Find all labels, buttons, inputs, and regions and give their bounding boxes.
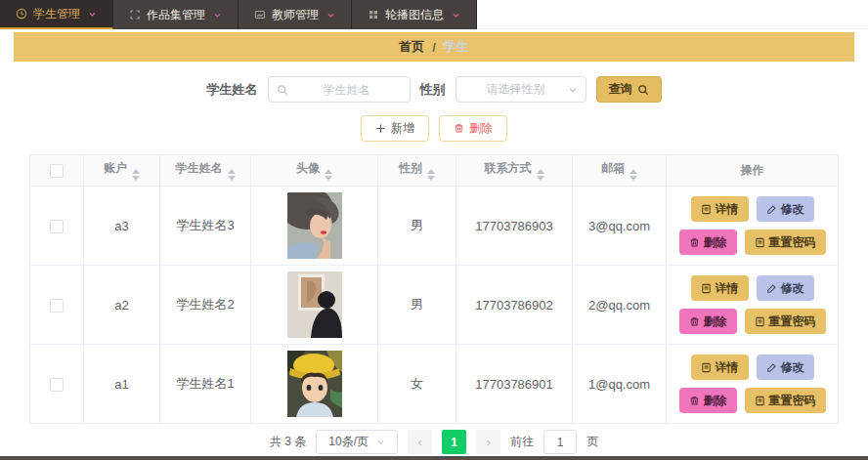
header-email[interactable]: 邮箱 (573, 155, 667, 187)
header-label: 操作 (741, 163, 764, 177)
sort-icon[interactable] (228, 169, 236, 181)
reset-password-button[interactable]: 重置密码 (745, 230, 826, 255)
total-count: 共 3 条 (270, 434, 306, 450)
clock-icon (16, 8, 27, 20)
header-gender[interactable]: 性别 (378, 155, 456, 187)
delete-button-label: 删除 (469, 120, 493, 137)
row-checkbox[interactable] (50, 220, 64, 233)
row-checkbox[interactable] (50, 378, 64, 392)
edit-button[interactable]: 修改 (757, 275, 814, 301)
sort-icon[interactable] (537, 169, 544, 181)
avatar-image (287, 192, 342, 259)
cell-gender: 女 (378, 345, 456, 424)
cell-contact: 17703786902 (456, 266, 573, 345)
detail-button[interactable]: 详情 (691, 275, 749, 301)
row-delete-button[interactable]: 删除 (679, 388, 737, 413)
sort-icon[interactable] (325, 169, 332, 181)
edit-button-label: 修改 (781, 280, 804, 297)
cell-contact: 17703786901 (456, 345, 573, 424)
detail-button[interactable]: 详情 (691, 196, 749, 222)
header-account[interactable]: 账户 (84, 155, 160, 187)
delete-button[interactable]: 删除 (439, 115, 507, 142)
header-label: 账户 (104, 161, 127, 175)
image-icon (254, 9, 266, 21)
row-operations: 详情 修改 删除 重置密码 (667, 272, 838, 338)
header-operation: 操作 (667, 155, 839, 187)
nav-item-student-management[interactable]: 学生管理 (0, 0, 113, 29)
sort-icon[interactable] (629, 169, 637, 181)
header-contact[interactable]: 联系方式 (456, 155, 573, 187)
cell-email: 2@qq.com (573, 266, 667, 345)
edit-button[interactable]: 修改 (757, 196, 814, 222)
reset-password-label: 重置密码 (769, 314, 816, 330)
goto-suffix: 页 (586, 434, 598, 450)
cell-account: a2 (84, 266, 160, 345)
scan-icon (129, 9, 141, 21)
header-avatar[interactable]: 头像 (251, 155, 378, 187)
query-button[interactable]: 查询 (596, 76, 662, 103)
detail-button[interactable]: 详情 (691, 355, 749, 380)
select-all-checkbox[interactable] (50, 164, 64, 178)
gender-select-placeholder: 请选择性别 (464, 81, 568, 98)
header-select-all (30, 155, 84, 187)
nav-item-label: 轮播图信息 (385, 7, 444, 23)
table-row: a2 学生姓名2 男 17703786902 (30, 266, 839, 345)
student-name-input[interactable] (292, 83, 402, 97)
table-row: a1 学生姓名1 (30, 345, 839, 424)
sort-icon[interactable] (132, 169, 140, 181)
header-label: 头像 (296, 161, 320, 175)
row-operations: 详情 修改 删除 重置密码 (667, 351, 838, 417)
add-button-label: 新增 (391, 120, 414, 137)
gender-select[interactable]: 请选择性别 (456, 76, 586, 103)
prev-page-button[interactable]: ‹ (408, 430, 432, 454)
current-page-button[interactable]: 1 (442, 430, 466, 454)
top-navbar: 学生管理 作品集管理 教师管理 (0, 0, 868, 29)
nav-item-teacher-management[interactable]: 教师管理 (239, 0, 352, 29)
plus-icon (375, 123, 386, 134)
key-doc-icon (755, 396, 765, 406)
breadcrumb: 首页 / 学生 (14, 32, 854, 62)
row-delete-button[interactable]: 删除 (679, 230, 737, 255)
pencil-icon (766, 204, 777, 215)
reset-password-button[interactable]: 重置密码 (745, 388, 826, 413)
nav-item-label: 学生管理 (33, 6, 80, 22)
query-button-label: 查询 (609, 81, 632, 98)
nav-item-label: 教师管理 (272, 7, 319, 23)
chevron-down-icon (452, 11, 460, 20)
add-button[interactable]: 新增 (361, 115, 429, 142)
row-delete-button-label: 删除 (704, 314, 727, 330)
chevron-down-icon (326, 11, 335, 20)
trash-icon (689, 237, 700, 248)
goto-page-input[interactable] (543, 430, 577, 454)
nav-item-carousel-info[interactable]: 轮播图信息 (352, 0, 477, 29)
bottom-bar (0, 456, 868, 460)
document-icon (701, 283, 712, 294)
chevron-down-icon (88, 10, 97, 19)
cell-account: a1 (84, 345, 160, 424)
next-page-button[interactable]: › (476, 430, 500, 454)
page-root: 学生管理 作品集管理 教师管理 (0, 0, 868, 460)
header-student-name[interactable]: 学生姓名 (160, 155, 251, 187)
row-delete-button[interactable]: 删除 (679, 309, 737, 334)
sort-icon[interactable] (427, 169, 435, 181)
grid-icon (368, 9, 379, 21)
cell-email: 3@qq.com (573, 187, 667, 266)
page-size-select[interactable]: 10条/页 (316, 430, 398, 454)
cell-contact: 17703786903 (456, 187, 573, 266)
trash-icon (689, 396, 700, 406)
breadcrumb-home-link[interactable]: 首页 (399, 38, 424, 56)
chevron-down-icon (376, 438, 385, 446)
chevron-down-icon (213, 11, 222, 20)
header-label: 邮箱 (601, 161, 625, 175)
edit-button[interactable]: 修改 (757, 355, 814, 380)
cell-email: 1@qq.com (573, 345, 667, 424)
nav-item-portfolio-management[interactable]: 作品集管理 (113, 0, 239, 29)
header-label: 性别 (399, 161, 422, 175)
reset-password-button[interactable]: 重置密码 (745, 309, 826, 334)
breadcrumb-separator: / (432, 40, 436, 55)
row-checkbox[interactable] (50, 299, 64, 313)
header-label: 联系方式 (485, 161, 532, 175)
table-actions: 新增 删除 (0, 115, 868, 142)
table-row: a3 学生姓名3 男 (30, 187, 839, 266)
nav-item-label: 作品集管理 (147, 7, 205, 23)
